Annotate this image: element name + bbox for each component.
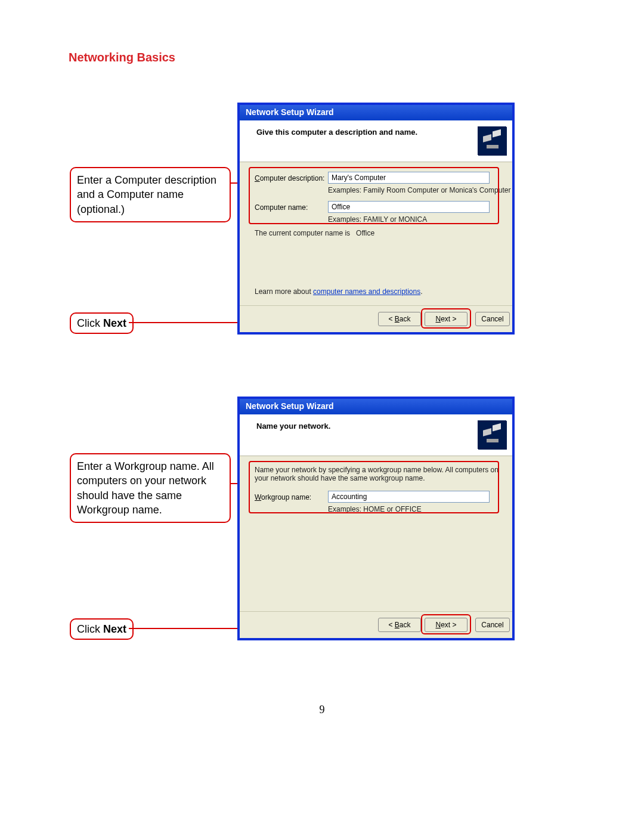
callout-click-next-1: Click Next bbox=[70, 312, 134, 334]
wizard-button-bar: < Back Next > Cancel bbox=[240, 611, 512, 638]
workgroup-name-input[interactable] bbox=[328, 491, 490, 503]
wizard-button-bar: < Back Next > Cancel bbox=[240, 305, 512, 332]
name-example: Examples: FAMILY or MONICA bbox=[328, 215, 427, 224]
network-icon bbox=[478, 126, 506, 155]
svg-rect-3 bbox=[487, 145, 499, 148]
callout-enter-description: Enter a Computer description and a Compu… bbox=[70, 167, 231, 222]
wizard-header: Name your network. bbox=[240, 414, 512, 456]
svg-rect-7 bbox=[487, 439, 499, 442]
network-icon bbox=[478, 420, 506, 449]
back-button[interactable]: < Back bbox=[378, 312, 421, 326]
cancel-button[interactable]: Cancel bbox=[475, 618, 510, 632]
next-button[interactable]: Next > bbox=[425, 312, 467, 326]
callout-bold: Next bbox=[103, 317, 126, 329]
wizard-dialog-1: Network Setup Wizard Give this computer … bbox=[237, 103, 515, 335]
current-name-text: The current computer name is Office bbox=[255, 229, 374, 237]
wizard-dialog-2: Network Setup Wizard Name your network. … bbox=[237, 397, 515, 640]
callout-bold: Next bbox=[103, 623, 126, 635]
page-number: 9 bbox=[0, 704, 644, 716]
workgroup-intro: Name your network by specifying a workgr… bbox=[255, 466, 499, 482]
wizard-header-text: Name your network. bbox=[256, 422, 330, 431]
svg-rect-0 bbox=[478, 127, 507, 156]
wizard-titlebar: Network Setup Wizard bbox=[240, 105, 512, 120]
wizard-header-text: Give this computer a description and nam… bbox=[256, 128, 417, 137]
wizard-body: Name your network by specifying a workgr… bbox=[240, 456, 512, 611]
callout-click-next-2: Click Next bbox=[70, 618, 134, 640]
description-example: Examples: Family Room Computer or Monica… bbox=[328, 186, 510, 194]
next-button[interactable]: Next > bbox=[425, 618, 467, 632]
page-title: Networking Basics bbox=[69, 51, 175, 64]
learn-more-text: Learn more about computer names and desc… bbox=[255, 287, 423, 296]
learn-more-link[interactable]: computer names and descriptions bbox=[313, 287, 420, 296]
workgroup-example: Examples: HOME or OFFICE bbox=[328, 505, 422, 513]
computer-description-label: Computer description: bbox=[255, 174, 324, 182]
wizard-titlebar: Network Setup Wizard bbox=[240, 399, 512, 414]
computer-name-label: Computer name: bbox=[255, 203, 308, 212]
wizard-body: Computer description: Examples: Family R… bbox=[240, 162, 512, 305]
wizard-header: Give this computer a description and nam… bbox=[240, 120, 512, 162]
callout-enter-workgroup: Enter a Workgroup name. All computers on… bbox=[70, 453, 231, 523]
callout-text: Click bbox=[77, 623, 103, 635]
cancel-button[interactable]: Cancel bbox=[475, 312, 510, 326]
computer-description-input[interactable] bbox=[328, 172, 490, 184]
workgroup-name-label: Workgroup name: bbox=[255, 493, 311, 501]
svg-rect-4 bbox=[478, 421, 507, 450]
callout-text: Click bbox=[77, 317, 103, 329]
back-button[interactable]: < Back bbox=[378, 618, 421, 632]
computer-name-input[interactable] bbox=[328, 201, 490, 213]
